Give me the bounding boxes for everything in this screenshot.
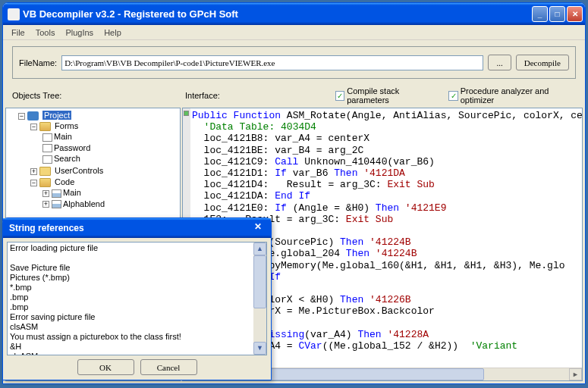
menu-tools[interactable]: Tools [30,27,61,39]
string-references-dialog: String references ✕ Error loading pictur… [2,217,272,380]
options-bar: Objects Tree: Interface: ✓ Compile stack… [3,85,585,108]
list-item[interactable]: .bmp [10,293,264,302]
list-item[interactable]: Save Picture file [10,263,264,273]
window-title: VB Decompiler v3.2 - Registered to GPcH … [23,8,530,20]
tree-code-main[interactable]: Main [63,188,81,197]
filename-panel: FileName: ... Decompile [12,46,576,79]
folder-icon [39,167,51,176]
tree-form-search[interactable]: Search [54,154,80,163]
titlebar[interactable]: VB Decompiler v3.2 - Registered to GPcH … [3,3,585,25]
tree-forms[interactable]: Forms [55,121,78,130]
form-icon [42,144,52,152]
folder-open-icon [39,122,51,131]
list-item[interactable]: Pictures (*.bmp) [10,273,264,283]
project-icon [27,111,39,120]
list-item[interactable]: clsASM [10,322,264,332]
form-icon [42,133,52,142]
tree-toggle[interactable]: + [42,201,49,208]
folder-open-icon [39,178,51,187]
tree-toggle[interactable]: − [18,113,25,120]
browse-button[interactable]: ... [488,55,511,70]
vertical-scrollbar[interactable]: ▲ ▼ [253,242,266,355]
form-icon [42,155,52,164]
list-item[interactable] [10,253,264,263]
compile-stack-checkbox[interactable]: ✓ Compile stack parameters [335,86,436,105]
tree-toggle[interactable]: − [30,124,37,130]
tree-usercontrols[interactable]: UserControls [55,166,103,175]
check-icon: ✓ [448,91,458,101]
tree-project[interactable]: Project [42,111,71,120]
list-item[interactable]: *.bmp [10,283,264,293]
menu-help[interactable]: Help [99,27,127,39]
tree-toggle[interactable]: − [30,180,37,186]
list-item[interactable]: .bmp [10,302,264,312]
scroll-down-icon[interactable]: ▼ [253,342,266,355]
maximize-button[interactable]: □ [549,6,565,22]
fold-marker[interactable] [184,111,189,116]
tree-code[interactable]: Code [55,177,74,186]
compile-stack-label: Compile stack parameters [347,86,436,105]
tree-form-password[interactable]: Password [54,143,90,152]
dialog-title: String references [9,223,254,233]
app-icon [8,8,20,20]
cancel-button[interactable]: Cancel [140,359,197,375]
menubar: File Tools PlugIns Help [3,25,585,40]
menu-plugins[interactable]: PlugIns [60,27,99,39]
tree-code-alphablend[interactable]: Alphablend [63,199,105,208]
list-item[interactable]: Error loading picture file [10,243,264,253]
dialog-titlebar[interactable]: String references ✕ [3,218,271,238]
objects-tree-label: Objects Tree: [12,91,179,100]
dialog-close-button[interactable]: ✕ [254,221,269,236]
module-icon [52,189,61,198]
scroll-right-icon[interactable]: ► [569,368,582,380]
scroll-up-icon[interactable]: ▲ [253,242,266,255]
minimize-button[interactable]: _ [532,6,548,22]
module-icon [52,200,61,208]
tree-form-main[interactable]: Main [54,132,72,141]
list-item[interactable]: &H [10,342,264,352]
interface-label: Interface: [185,91,329,100]
proc-analyzer-checkbox[interactable]: ✓ Procedure analyzer and optimizer [448,86,576,105]
close-button[interactable]: ✕ [567,6,583,22]
string-list[interactable]: Error loading picture file Save Picture … [7,242,267,355]
tree-toggle[interactable]: + [42,190,49,197]
filename-label: FileName: [19,58,57,67]
check-icon: ✓ [335,91,344,101]
tree-toggle[interactable]: + [30,168,37,175]
proc-analyzer-label: Procedure analyzer and optimizer [461,86,576,105]
list-item[interactable]: You must assign a picturebox to the clas… [10,332,264,342]
filename-input[interactable] [61,55,483,70]
list-item[interactable]: clsASM [10,352,264,355]
list-item[interactable]: Error saving picture file [10,312,264,322]
menu-file[interactable]: File [6,27,30,39]
ok-button[interactable]: OK [77,359,134,375]
scroll-thumb[interactable] [253,255,266,308]
decompile-button[interactable]: Decompile [516,55,569,70]
